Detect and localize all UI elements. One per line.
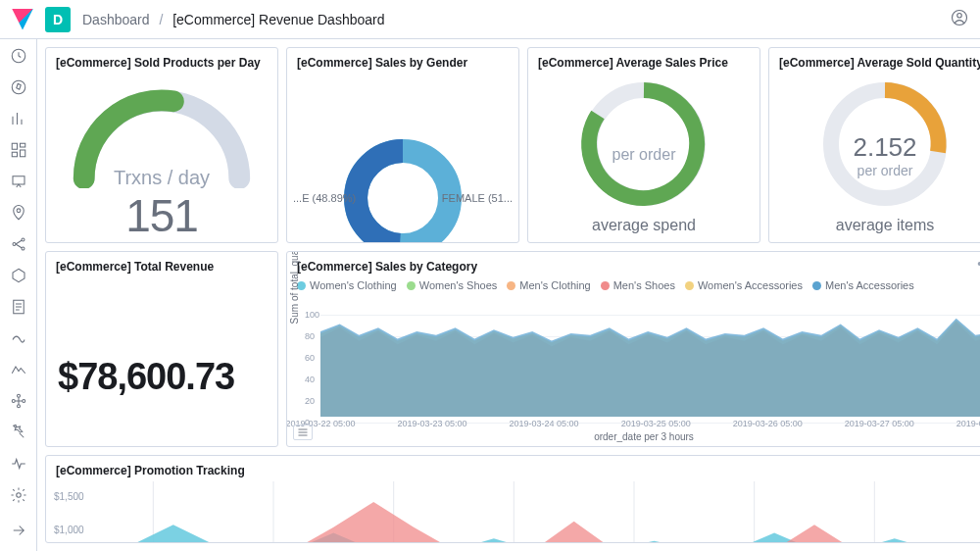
- breadcrumb-current: [eCommerce] Revenue Dashboard: [172, 12, 384, 27]
- y-tick: 40: [305, 375, 315, 384]
- metric-chart: $78,600.73: [46, 279, 277, 447]
- panel-average-sold-quantity: [eCommerce] Average Sold Quantity 2.152 …: [768, 47, 980, 243]
- svg-rect-8: [13, 176, 24, 184]
- discover-icon[interactable]: [10, 78, 27, 96]
- y-tick: 60: [305, 353, 315, 363]
- ring-sub: per order: [769, 163, 980, 178]
- svg-rect-5: [20, 143, 24, 147]
- svg-rect-4: [12, 143, 17, 149]
- graph-icon[interactable]: [10, 392, 27, 410]
- svg-point-18: [16, 493, 21, 498]
- svg-point-14: [12, 400, 15, 403]
- panel-sales-by-gender: [eCommerce] Sales by Gender ...E (48.89%…: [286, 47, 519, 243]
- ring-caption: average items: [836, 217, 935, 234]
- ring-chart: 2.152 per order average items: [769, 75, 980, 243]
- breadcrumb-root[interactable]: Dashboard: [82, 12, 150, 27]
- maps-icon[interactable]: [10, 204, 27, 222]
- app-badge[interactable]: D: [45, 7, 71, 32]
- svg-point-12: [22, 247, 24, 250]
- kibana-logo-icon[interactable]: [12, 9, 33, 30]
- logs-icon[interactable]: [10, 298, 27, 316]
- svg-point-16: [17, 405, 20, 408]
- infra-icon[interactable]: [10, 267, 27, 284]
- svg-point-11: [22, 238, 24, 241]
- x-tick: 2019-03-26 05:00: [733, 419, 803, 428]
- svg-point-1: [957, 14, 962, 19]
- legend-toggle-button[interactable]: [293, 425, 313, 440]
- x-tick: 2019-03-24 05:00: [510, 419, 579, 428]
- monitoring-icon[interactable]: [10, 455, 27, 473]
- top-bar: D Dashboard / [eCommerce] Revenue Dashbo…: [0, 0, 980, 39]
- panel-sales-by-category: [eCommerce] Sales by Category ••• Women'…: [286, 251, 980, 447]
- visualize-icon[interactable]: [10, 110, 27, 127]
- total-revenue-value: $78,600.73: [58, 356, 234, 398]
- svg-point-3: [12, 80, 25, 94]
- x-tick: 2019-03-25 05:00: [621, 419, 691, 428]
- panel-title: [eCommerce] Promotion Tracking: [46, 456, 980, 481]
- y-tick: $1,500: [54, 491, 84, 502]
- donut-label-male: ...E (48.89%): [293, 192, 356, 204]
- y-tick: 80: [305, 331, 315, 341]
- panel-average-sales-price: [eCommerce] Average Sales Price per orde…: [527, 47, 760, 243]
- ring-value: 2.152: [769, 132, 980, 163]
- panel-promotion-tracking: [eCommerce] Promotion Tracking $1,500$1,…: [45, 455, 980, 543]
- panel-sold-per-day: [eCommerce] Sold Products per Day Trxns …: [45, 47, 278, 243]
- x-axis-label: order_date per 3 hours: [287, 431, 980, 442]
- donut-label-female: FEMALE (51...: [442, 192, 513, 204]
- dashboard-icon[interactable]: [10, 141, 27, 159]
- y-axis-label: Sum of total_quantity: [289, 251, 300, 324]
- svg-rect-6: [20, 150, 24, 157]
- x-tick: 2019-03-23 05:00: [398, 419, 467, 428]
- breadcrumb: Dashboard / [eCommerce] Revenue Dashboar…: [82, 12, 385, 27]
- panel-title: [eCommerce] Total Revenue: [46, 252, 277, 277]
- panel-total-revenue: [eCommerce] Total Revenue $78,600.73: [45, 251, 278, 447]
- gauge-chart: Trxns / day 151: [46, 75, 277, 242]
- svg-point-15: [17, 394, 20, 397]
- y-tick: 100: [305, 310, 319, 320]
- dev-tools-icon[interactable]: [10, 424, 27, 441]
- apm-icon[interactable]: [10, 329, 27, 347]
- panel-title: [eCommerce] Average Sales Price: [528, 48, 760, 74]
- panel-title: [eCommerce] Sales by Category: [287, 252, 980, 277]
- svg-point-10: [13, 243, 16, 246]
- gauge-label: Trxns / day: [114, 167, 210, 189]
- recent-icon[interactable]: [10, 47, 27, 65]
- svg-rect-7: [12, 152, 17, 157]
- management-icon[interactable]: [10, 486, 27, 504]
- gauge-value: 151: [125, 189, 198, 242]
- area-chart: Sum of total_quantity 0204: [287, 276, 980, 446]
- area-chart: $1,500$1,000: [46, 481, 980, 543]
- dashboard-content: [eCommerce] Sold Products per Day Trxns …: [37, 39, 980, 551]
- ring-sub: per order: [528, 146, 760, 164]
- panel-title: [eCommerce] Average Sold Quantity: [769, 48, 980, 74]
- x-tick: 2019-03-28 05:00: [956, 419, 980, 428]
- breadcrumb-separator: /: [159, 12, 163, 27]
- ring-chart: per order average spend: [528, 75, 760, 243]
- donut-chart: ...E (48.89%) FEMALE (51...: [287, 101, 518, 243]
- uptime-icon[interactable]: [10, 361, 27, 378]
- user-avatar-icon[interactable]: [951, 15, 968, 29]
- svg-point-17: [22, 400, 24, 403]
- ring-caption: average spend: [592, 217, 696, 234]
- collapse-sidebar-icon[interactable]: [10, 522, 27, 539]
- svg-point-9: [17, 209, 21, 213]
- panel-title: [eCommerce] Sold Products per Day: [46, 48, 277, 74]
- sidebar: [0, 39, 37, 551]
- y-tick: $1,000: [54, 525, 84, 535]
- ml-icon[interactable]: [10, 235, 27, 253]
- panel-title: [eCommerce] Sales by Gender: [287, 48, 518, 74]
- y-tick: 20: [305, 396, 315, 406]
- canvas-icon[interactable]: [10, 173, 27, 190]
- x-tick: 2019-03-27 05:00: [845, 419, 914, 428]
